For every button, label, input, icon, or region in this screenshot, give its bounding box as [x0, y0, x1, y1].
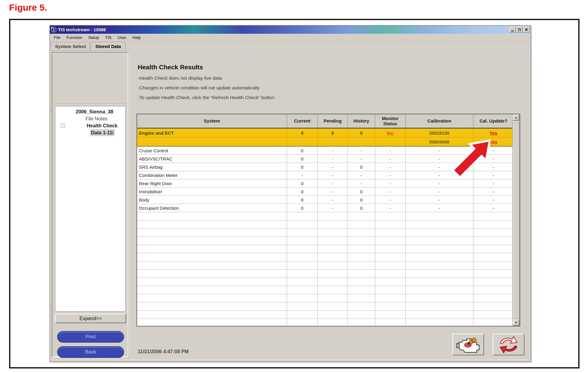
- table-row-cruise-control[interactable]: Cruise Control0-----: [137, 147, 512, 155]
- table-row-rear-right-door[interactable]: Rear Right Door0-----: [137, 179, 512, 188]
- tab-stored-data[interactable]: Stored Data: [91, 42, 126, 50]
- cell-empty: [406, 261, 473, 269]
- table-row-empty: [137, 245, 512, 253]
- table-row-empty: [137, 294, 512, 302]
- scroll-up-icon[interactable]: ▲: [513, 115, 519, 121]
- cell-monitor-status: -: [375, 171, 406, 179]
- cell-empty: [375, 229, 406, 237]
- table-row-empty: [137, 229, 512, 237]
- cell-empty: [348, 319, 375, 326]
- cal-update-link[interactable]: Yes: [489, 130, 497, 136]
- app-window: TIS techstream - 10588 ✕ FileFunctionSet…: [50, 25, 531, 362]
- cell-empty: [137, 229, 287, 237]
- cell-empty: [137, 278, 287, 286]
- maximize-icon[interactable]: [516, 27, 523, 33]
- menu-tis[interactable]: TIS: [103, 35, 114, 40]
- cell-empty: [406, 229, 473, 237]
- cell-monitor-status: [375, 137, 406, 146]
- cell-current: 0: [287, 179, 318, 187]
- cell-empty: [348, 311, 375, 319]
- table-row-empty: [137, 253, 512, 261]
- minimize-icon[interactable]: [509, 27, 516, 33]
- monitor-status-link[interactable]: Inc: [387, 130, 394, 136]
- column-header-current[interactable]: Current: [287, 114, 318, 128]
- panel-divider: [128, 51, 129, 359]
- cell-empty: [473, 245, 512, 253]
- menu-function[interactable]: Function: [64, 35, 85, 40]
- menu-file[interactable]: File: [52, 35, 63, 40]
- cell-empty: [473, 286, 512, 294]
- cell-empty: [375, 319, 406, 326]
- health-check-table: SystemCurrentPendingHistoryMonitor Statu…: [137, 114, 520, 326]
- cell-empty: [287, 311, 318, 319]
- table-row-occupant-detection[interactable]: Occupant Detection0-0---: [137, 204, 512, 212]
- cell-history: 0: [348, 129, 375, 137]
- table-row-immobiliser[interactable]: Immobiliser0-0---: [137, 188, 512, 196]
- cell-empty: [137, 220, 287, 228]
- tree-item-data-1-11[interactable]: Data 1-11/: [55, 129, 125, 136]
- column-header-calibration[interactable]: Calibration: [406, 114, 473, 128]
- menu-user[interactable]: User: [116, 35, 129, 40]
- table-row-engine-and-ect[interactable]: Engine and ECT000Inc30816100Yes: [137, 128, 512, 137]
- figure-label: Figure 5.: [9, 2, 47, 13]
- table-row-empty: [137, 302, 512, 311]
- tab-row: System SelectStored Data: [50, 41, 531, 50]
- cell-calibration: -: [406, 196, 473, 204]
- cell-empty: [375, 278, 406, 286]
- menu-setup[interactable]: Setup: [86, 35, 101, 40]
- cell-empty: [318, 229, 348, 237]
- back-button[interactable]: Back: [57, 346, 124, 358]
- cell-empty: [287, 212, 318, 220]
- column-header-history[interactable]: History: [348, 114, 375, 128]
- cell-pending: -: [318, 147, 348, 154]
- cell-empty: [406, 212, 473, 220]
- table-row[interactable]: 50803000Yes: [137, 137, 512, 147]
- cal-update-link[interactable]: Yes: [489, 139, 497, 144]
- table-row-body[interactable]: Body0-0---: [137, 196, 512, 204]
- cell-empty: [318, 245, 348, 253]
- health-check-button[interactable]: [452, 334, 484, 355]
- cell-current: 0: [287, 155, 318, 163]
- cell-empty: [287, 278, 318, 286]
- scroll-down-icon[interactable]: ▼: [513, 319, 519, 326]
- table-row-srs-airbag[interactable]: SRS Airbag0-0---: [137, 163, 512, 171]
- cell-history: -: [348, 171, 375, 179]
- cell-empty: [348, 229, 375, 237]
- tree-item-file-notes[interactable]: File Notes: [55, 115, 125, 122]
- scrollbar-track[interactable]: [513, 121, 519, 319]
- cell-system: [137, 137, 287, 146]
- refresh-icon: [496, 336, 521, 354]
- column-header-cal-update[interactable]: Cal. Update?: [473, 114, 512, 128]
- cell-empty: [348, 212, 375, 220]
- table-scrollbar[interactable]: ▲ ▼: [512, 114, 520, 326]
- close-icon[interactable]: ✕: [523, 27, 530, 33]
- collapse-icon[interactable]: −: [61, 123, 65, 128]
- table-row-empty: [137, 278, 512, 286]
- table-row-empty: [137, 319, 512, 326]
- cell-empty: [287, 286, 318, 294]
- cell-empty: [318, 237, 348, 245]
- print-button[interactable]: Print: [57, 331, 124, 343]
- table-row-combination-meter[interactable]: Combination Meter------: [137, 171, 512, 179]
- cell-empty: [375, 220, 406, 228]
- tree-item-health-check[interactable]: −Health Check: [55, 122, 125, 129]
- column-header-monitor-status[interactable]: Monitor Status: [375, 114, 406, 128]
- tab-system-select[interactable]: System Select: [51, 43, 90, 50]
- cell-empty: [375, 237, 406, 245]
- cell-empty: [406, 237, 473, 245]
- expand-button[interactable]: Expand>>: [55, 314, 126, 323]
- menu-help[interactable]: Help: [130, 35, 143, 40]
- table-row-abs-vsc-trac[interactable]: ABS/VSC/TRAC0-----: [137, 155, 512, 163]
- column-header-system[interactable]: System: [137, 114, 287, 128]
- cell-history: 0: [348, 204, 375, 212]
- column-header-pending[interactable]: Pending: [318, 114, 348, 128]
- sidebar: 2006_Sienna_38File Notes−Health CheckDat…: [52, 52, 128, 357]
- refresh-health-check-button[interactable]: [493, 334, 524, 355]
- cell-empty: [473, 261, 512, 269]
- cell-monitor-status: -: [375, 204, 406, 212]
- tree-item-2006-sienna-38[interactable]: 2006_Sienna_38: [55, 108, 125, 115]
- cell-empty: [375, 253, 406, 261]
- cell-empty: [137, 212, 287, 220]
- cell-empty: [406, 311, 473, 319]
- cell-empty: [406, 319, 473, 326]
